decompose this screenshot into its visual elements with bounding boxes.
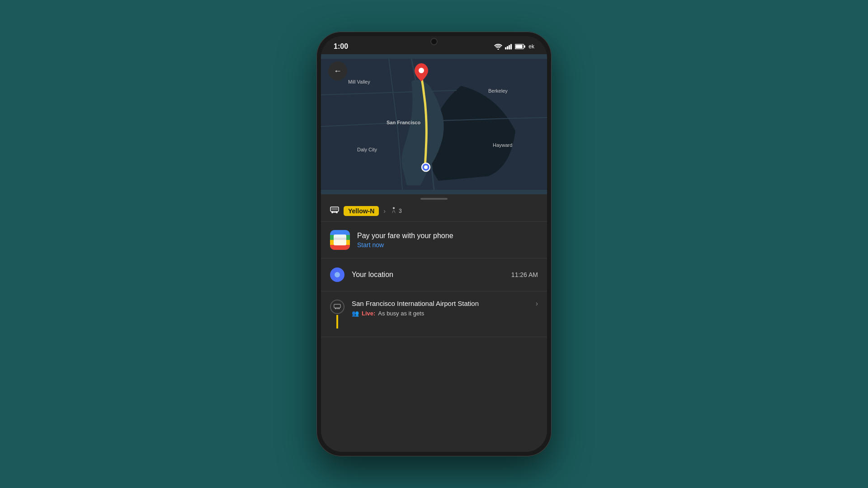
drag-handle-bar <box>420 198 448 200</box>
live-badge: 👥 Live: As busy as it gets <box>352 310 528 317</box>
location-text: Your location <box>352 271 504 279</box>
svg-point-18 <box>393 207 395 209</box>
map-label-berkeley: Berkeley <box>488 88 508 94</box>
transit-line-area <box>330 300 344 328</box>
svg-point-12 <box>419 68 424 73</box>
status-time: 1:00 <box>334 42 348 51</box>
live-label: Live: <box>362 310 375 317</box>
destination-name: San Francisco International Airport Stat… <box>352 300 528 307</box>
content-area: Pay your fare with your phone Start now … <box>321 222 547 452</box>
svg-point-16 <box>336 211 338 213</box>
fare-card[interactable]: Pay your fare with your phone Start now <box>321 222 547 258</box>
svg-rect-1 <box>505 47 506 50</box>
svg-point-15 <box>331 211 333 213</box>
map-label-daly-city: Daly City <box>357 147 377 152</box>
svg-rect-4 <box>510 44 512 49</box>
fare-subtitle[interactable]: Start now <box>357 241 538 249</box>
carrier-label: ek <box>528 43 534 50</box>
drag-handle[interactable] <box>321 194 547 202</box>
battery-icon <box>515 43 526 50</box>
svg-point-11 <box>424 165 428 169</box>
destination-info: San Francisco International Airport Stat… <box>352 300 528 317</box>
fare-text-area: Pay your fare with your phone Start now <box>357 232 538 249</box>
camera-hole <box>430 38 438 45</box>
map-svg: Mill Valley Berkeley San Francisco Daly … <box>321 54 547 194</box>
svg-rect-25 <box>334 238 346 240</box>
wifi-icon <box>494 43 502 50</box>
chevron-right-icon: › <box>536 300 538 308</box>
walk-count: 3 <box>399 208 402 214</box>
svg-rect-7 <box>516 45 523 48</box>
map-label-sf: San Francisco <box>387 120 420 125</box>
map-area: Mill Valley Berkeley San Francisco Daly … <box>321 54 547 194</box>
svg-rect-20 <box>330 230 350 235</box>
svg-point-0 <box>498 49 499 50</box>
svg-rect-2 <box>507 46 508 49</box>
map-label-hayward: Hayward <box>493 142 512 148</box>
wallet-icon <box>330 230 350 250</box>
phone-frame: 1:00 <box>316 32 552 456</box>
back-button[interactable]: ← <box>328 61 347 80</box>
phone-screen: 1:00 <box>321 36 547 452</box>
back-arrow-icon: ← <box>334 66 342 76</box>
svg-rect-3 <box>509 45 510 50</box>
status-icons: ek <box>494 43 534 50</box>
location-time: 11:26 AM <box>511 271 538 278</box>
svg-rect-6 <box>524 45 525 47</box>
route-chevron: › <box>383 207 386 215</box>
location-dot <box>330 267 344 282</box>
svg-point-28 <box>339 308 340 309</box>
svg-rect-14 <box>331 208 338 210</box>
svg-rect-26 <box>334 304 340 308</box>
location-dot-inner <box>335 272 340 277</box>
transit-line-bar <box>336 315 338 328</box>
location-card: Your location 11:26 AM <box>321 258 547 291</box>
svg-rect-23 <box>330 245 350 250</box>
live-status: As busy as it gets <box>378 310 424 317</box>
people-icon: 👥 <box>352 310 359 317</box>
svg-point-27 <box>335 308 336 309</box>
route-badge: Yellow-N <box>344 206 379 216</box>
destination-card[interactable]: San Francisco International Airport Stat… <box>321 291 547 337</box>
signal-icon <box>505 43 512 50</box>
route-bar: Yellow-N › 3 <box>321 202 547 222</box>
map-label-mill-valley: Mill Valley <box>348 79 370 84</box>
transit-icon <box>330 206 339 216</box>
fare-title: Pay your fare with your phone <box>357 232 538 240</box>
transit-icon-dest <box>330 300 344 314</box>
walk-icon-area: 3 <box>390 207 402 215</box>
